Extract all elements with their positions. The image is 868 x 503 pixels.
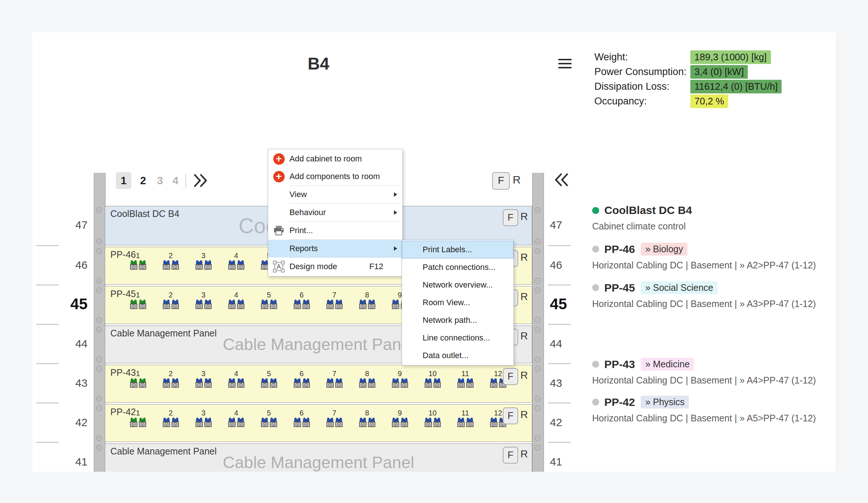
port-group-11[interactable]: 11: [453, 370, 477, 388]
row-front-button[interactable]: F: [503, 407, 518, 424]
port-group-1[interactable]: 1: [126, 370, 150, 388]
port-group-7[interactable]: 7: [322, 291, 346, 309]
port-group-1[interactable]: 1: [126, 409, 150, 427]
connector-port-icon: [139, 260, 146, 270]
detail-entry-pp-45[interactable]: PP-45» Social ScienceHorizontal Cabling …: [592, 281, 816, 309]
row-rear-button[interactable]: R: [520, 330, 528, 342]
port-group-6[interactable]: 6: [289, 409, 314, 427]
rack-row-pp-42[interactable]: PP-42123456789101112FR: [105, 404, 532, 442]
connector-port-icon: [368, 418, 376, 427]
submenu-item-network-overview-[interactable]: Network overview...: [402, 276, 513, 294]
connector-port-icon: [139, 418, 146, 427]
rear-view-button[interactable]: R: [513, 174, 521, 186]
detail-entry-coolblast-dc-b4[interactable]: CoolBlast DC B4Cabinet climate control: [592, 204, 692, 232]
connector-port-icon: [171, 418, 179, 427]
port-group-2[interactable]: 2: [159, 291, 183, 309]
port-connector-pair: [224, 418, 248, 427]
hamburger-menu-icon[interactable]: [558, 59, 572, 68]
menu-item-design-mode[interactable]: ADesign modeF12: [268, 258, 402, 275]
row-rear-button[interactable]: R: [520, 370, 528, 381]
port-connector-pair: [257, 378, 281, 388]
row-rear-button[interactable]: R: [520, 291, 528, 303]
unit-number-left-43: 43: [47, 377, 88, 389]
menu-item-print-[interactable]: Print...: [268, 222, 402, 239]
menu-item-reports[interactable]: Reports: [268, 240, 402, 257]
port-group-3[interactable]: 3: [191, 409, 216, 427]
port-group-8[interactable]: 8: [355, 409, 379, 427]
port-group-2[interactable]: 2: [159, 252, 183, 270]
port-group-11[interactable]: 11: [453, 409, 477, 427]
port-group-2[interactable]: 2: [159, 370, 183, 388]
detail-entry-pp-46[interactable]: PP-46» BiologyHorizontal Cabling DC | Ba…: [592, 243, 816, 271]
port-group-5[interactable]: 5: [257, 291, 281, 309]
port-group-10[interactable]: 10: [420, 409, 445, 427]
port-group-4[interactable]: 4: [224, 409, 248, 427]
connector-port-icon: [163, 260, 170, 270]
row-rear-button[interactable]: R: [520, 211, 528, 222]
port-number: 1: [126, 409, 150, 418]
port-number: 1: [126, 291, 150, 300]
status-dot-icon: [592, 399, 599, 406]
port-group-6[interactable]: 6: [289, 291, 314, 309]
menu-item-label: Reports: [289, 244, 394, 253]
rack-row-cable-management-panel[interactable]: Cable Management PanelCable Management P…: [105, 443, 532, 472]
submenu-item-patch-connections-[interactable]: Patch connections...: [402, 258, 513, 276]
page-button-2[interactable]: 2: [135, 172, 151, 189]
menu-item-behaviour[interactable]: Behaviour: [268, 204, 402, 221]
port-group-1[interactable]: 1: [126, 252, 150, 270]
port-group-4[interactable]: 4: [224, 291, 248, 309]
row-rear-button[interactable]: R: [520, 409, 528, 421]
port-group-9[interactable]: 9: [388, 409, 412, 427]
page-button-3[interactable]: 3: [152, 172, 168, 189]
row-label: Cable Management Panel: [110, 328, 217, 339]
chevron-double-right-icon[interactable]: [192, 173, 209, 190]
port-group-7[interactable]: 7: [322, 409, 346, 427]
port-group-5[interactable]: 5: [257, 370, 281, 388]
submenu-item-data-outlet-[interactable]: Data outlet...: [402, 347, 513, 364]
port-group-5[interactable]: 5: [257, 409, 281, 427]
port-group-1[interactable]: 1: [126, 291, 150, 309]
port-number: 7: [322, 291, 346, 300]
port-group-4[interactable]: 4: [224, 370, 248, 388]
submenu-item-room-view-[interactable]: Room View...: [402, 294, 513, 311]
port-group-9[interactable]: 9: [388, 370, 412, 388]
page-button-1[interactable]: 1: [116, 172, 131, 189]
menu-item-view[interactable]: View: [268, 186, 402, 203]
front-view-button[interactable]: F: [492, 172, 510, 190]
port-group-10[interactable]: 10: [420, 370, 445, 388]
port-group-3[interactable]: 3: [191, 370, 216, 388]
connector-port-icon: [326, 300, 334, 309]
port-number: 8: [355, 291, 379, 300]
connector-port-icon: [270, 300, 277, 309]
rack-row-pp-43[interactable]: PP-43123456789101112FR: [105, 365, 532, 403]
reports-submenu: Print Labels...Patch connections...Netwo…: [402, 240, 514, 365]
port-group-8[interactable]: 8: [355, 291, 379, 309]
port-connector-pair: [289, 418, 314, 427]
port-group-3[interactable]: 3: [191, 291, 216, 309]
unit-separator-line: [36, 403, 59, 403]
row-rear-button[interactable]: R: [520, 448, 528, 460]
menu-item-add-cabinet-to-room[interactable]: +Add cabinet to room: [268, 150, 402, 168]
port-group-4[interactable]: 4: [224, 252, 248, 270]
row-front-button[interactable]: F: [503, 209, 518, 226]
port-group-6[interactable]: 6: [289, 370, 314, 388]
port-group-8[interactable]: 8: [355, 370, 379, 388]
detail-entry-pp-43[interactable]: PP-43» MedicineHorizontal Cabling DC | B…: [592, 358, 816, 386]
detail-entry-pp-42[interactable]: PP-42» PhysicsHorizontal Cabling DC | Ba…: [592, 396, 816, 424]
chevron-double-left-icon[interactable]: [554, 172, 570, 188]
row-front-button[interactable]: F: [503, 447, 518, 464]
row-rear-button[interactable]: R: [520, 252, 528, 263]
submenu-item-print-labels-[interactable]: Print Labels...: [402, 241, 513, 258]
menu-item-add-components-to-room[interactable]: +Add components to room: [268, 168, 402, 185]
port-number: 9: [388, 409, 412, 418]
port-group-7[interactable]: 7: [322, 370, 346, 388]
connector-port-icon: [163, 378, 170, 388]
page-button-4[interactable]: 4: [168, 172, 183, 189]
submenu-item-network-path-[interactable]: Network path...: [402, 311, 513, 329]
submenu-item-line-connections-[interactable]: Line connections...: [402, 329, 513, 347]
row-front-button[interactable]: F: [503, 368, 518, 385]
port-group-2[interactable]: 2: [159, 409, 183, 427]
connector-port-icon: [457, 418, 465, 427]
port-number: 4: [224, 291, 248, 300]
port-group-3[interactable]: 3: [191, 252, 216, 270]
